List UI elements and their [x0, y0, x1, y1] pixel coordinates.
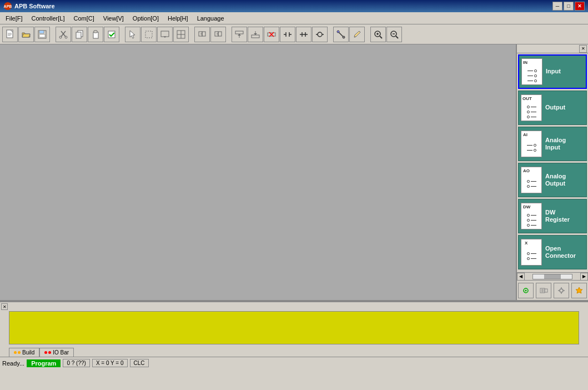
bottom-panel-close-button[interactable]: ✕: [1, 303, 8, 310]
gear-button[interactable]: [554, 283, 569, 298]
component-input[interactable]: IN: [518, 54, 587, 89]
build-tab-dot1: [14, 351, 17, 354]
svg-rect-7: [39, 31, 44, 33]
menu-help[interactable]: Help[H]: [163, 14, 193, 23]
svg-point-66: [525, 289, 527, 291]
svg-marker-56: [354, 31, 360, 37]
svg-line-59: [380, 36, 382, 38]
build-tab-label: Build: [22, 349, 34, 356]
component-analog-input[interactable]: AI AnalogInput: [518, 127, 587, 161]
svg-point-12: [65, 36, 67, 38]
insert-rung-below[interactable]: [248, 27, 263, 42]
svg-rect-19: [145, 31, 152, 38]
build-tab-dot2: [18, 351, 21, 354]
svg-rect-8: [39, 34, 45, 37]
canvas-area[interactable]: [0, 44, 516, 300]
minimize-button[interactable]: ─: [552, 2, 562, 11]
output-label: Output: [545, 104, 565, 111]
svg-point-51: [318, 32, 322, 37]
network-copy-button[interactable]: [194, 27, 210, 42]
analog-output-icon: AO: [521, 167, 542, 193]
cut-button[interactable]: [56, 27, 71, 42]
svg-line-63: [396, 36, 398, 38]
menu-view[interactable]: View[V]: [99, 14, 128, 23]
panel-title-bar: ✕: [517, 44, 588, 53]
check-button[interactable]: [104, 27, 119, 42]
main-area: ✕ IN: [0, 44, 588, 301]
star-button[interactable]: [571, 283, 587, 298]
delete-rung[interactable]: [264, 27, 279, 42]
open-connector-label: OpenConnector: [545, 245, 576, 259]
status-text: Ready...: [2, 360, 24, 367]
right-panel: ✕ IN: [516, 44, 588, 300]
zoom-in-button[interactable]: [370, 27, 386, 42]
select-tool[interactable]: [141, 27, 157, 42]
status-info1: 0 ? (??): [63, 359, 89, 367]
scroll-left-button[interactable]: ◀: [517, 273, 525, 281]
svg-point-54: [337, 31, 339, 33]
h-scrollbar-thumb[interactable]: [544, 274, 561, 279]
input-icon: IN: [521, 58, 542, 85]
open-button[interactable]: [18, 27, 34, 42]
svg-rect-30: [218, 32, 222, 36]
menu-option[interactable]: Option[O]: [128, 14, 163, 23]
menu-bar: File[F] Controller[L] Com[C] View[V] Opt…: [0, 12, 588, 24]
svg-rect-20: [161, 31, 169, 37]
component-open-connector[interactable]: X OpenConnector: [518, 235, 587, 269]
io-tab-dot1: [44, 351, 47, 354]
svg-rect-17: [108, 31, 115, 38]
svg-rect-27: [202, 32, 205, 36]
insert-rung-above[interactable]: [232, 27, 247, 42]
component-dw-register[interactable]: DW: [518, 199, 587, 233]
output-area: [9, 311, 579, 344]
insert-contact-open[interactable]: [280, 27, 295, 42]
components-list: IN: [517, 53, 588, 272]
save-button[interactable]: [34, 27, 50, 42]
zoom-out-button[interactable]: [386, 27, 402, 42]
probe-tool[interactable]: [333, 27, 349, 42]
h-scrollbar-track[interactable]: [532, 274, 572, 279]
dw-register-label: DWRegister: [545, 209, 570, 223]
component-output[interactable]: OUT: [518, 91, 587, 125]
menu-file[interactable]: File[F]: [1, 14, 27, 23]
panel-close-button[interactable]: ✕: [579, 45, 587, 53]
new-button[interactable]: [2, 27, 18, 42]
menu-language[interactable]: Language: [193, 14, 229, 23]
maximize-button[interactable]: □: [564, 2, 574, 11]
pointer-tool[interactable]: [125, 27, 140, 42]
analog-output-label: AnalogOutput: [545, 173, 566, 187]
panel-tool[interactable]: [173, 27, 189, 42]
view-button[interactable]: [518, 283, 534, 298]
network-paste-button[interactable]: [210, 27, 226, 42]
svg-point-11: [59, 36, 62, 38]
insert-coil[interactable]: [312, 27, 328, 42]
close-button[interactable]: ✕: [575, 2, 585, 11]
panel-scrollbar[interactable]: ◀ ▶: [517, 272, 588, 280]
output-icon: OUT: [521, 94, 542, 121]
menu-com[interactable]: Com[C]: [69, 14, 98, 23]
analog-input-icon: AI: [521, 131, 542, 157]
svg-marker-77: [576, 287, 582, 293]
paste-button[interactable]: [88, 27, 103, 42]
svg-rect-14: [76, 32, 81, 38]
svg-point-72: [560, 289, 563, 292]
io-bar-tab[interactable]: IO Bar: [39, 348, 74, 357]
build-tab[interactable]: Build: [9, 348, 39, 357]
monitor-tool[interactable]: [157, 27, 173, 42]
svg-point-55: [343, 36, 345, 38]
status-bar: Ready... Program 0 ? (??) X = 0 Y = 0 CL…: [0, 357, 588, 369]
menu-controller[interactable]: Controller[L]: [27, 14, 69, 23]
dw-register-icon: DW: [521, 203, 542, 229]
scroll-right-button[interactable]: ▶: [580, 273, 588, 281]
settings-button[interactable]: [536, 283, 551, 298]
insert-contact-closed[interactable]: [296, 27, 311, 42]
status-info3: CLC: [130, 359, 149, 367]
status-info2: X = 0 Y = 0: [92, 359, 128, 367]
svg-rect-35: [252, 35, 259, 38]
analog-input-label: AnalogInput: [545, 137, 566, 151]
component-analog-output[interactable]: AO AnalogOutput: [518, 163, 587, 197]
pencil-tool[interactable]: [349, 27, 365, 42]
toolbar: [0, 24, 588, 44]
svg-rect-15: [93, 32, 98, 38]
copy-button[interactable]: [72, 27, 87, 42]
